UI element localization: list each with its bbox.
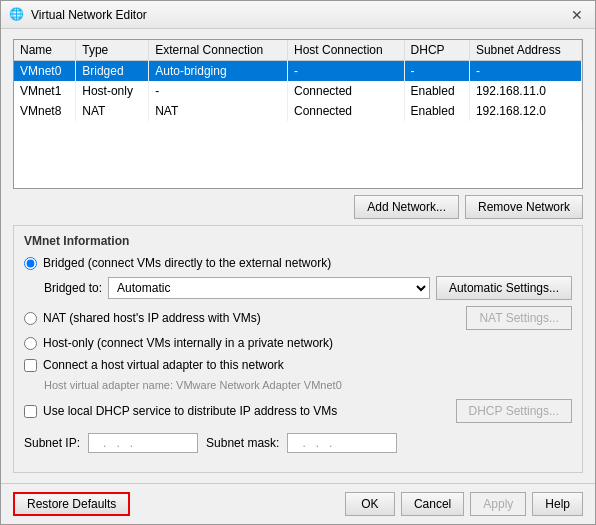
table-row[interactable]: VMnet0BridgedAuto-bridging--- [14, 61, 582, 82]
cancel-button[interactable]: Cancel [401, 492, 464, 516]
subnet-row: Subnet IP: Subnet mask: [24, 433, 572, 453]
table-row[interactable]: VMnet8NATNATConnectedEnabled192.168.12.0 [14, 101, 582, 121]
bottom-bar: Restore Defaults OK Cancel Apply Help [1, 483, 595, 524]
local-dhcp-row: Use local DHCP service to distribute IP … [24, 399, 572, 423]
help-button[interactable]: Help [532, 492, 583, 516]
window-icon: 🌐 [9, 7, 25, 23]
remove-network-button[interactable]: Remove Network [465, 195, 583, 219]
radio-bridged-label[interactable]: Bridged (connect VMs directly to the ext… [43, 256, 331, 270]
host-adapter-checkbox[interactable] [24, 359, 37, 372]
col-header-subnet: Subnet Address [469, 40, 581, 61]
add-network-button[interactable]: Add Network... [354, 195, 459, 219]
table-cell: VMnet0 [14, 61, 76, 82]
radio-nat-row: NAT (shared host's IP address with VMs) … [24, 306, 572, 330]
bottom-bar-right: OK Cancel Apply Help [345, 492, 583, 516]
table-cell: Connected [287, 81, 404, 101]
subnet-mask-label: Subnet mask: [206, 436, 279, 450]
table-cell: - [469, 61, 581, 82]
table-cell: - [287, 61, 404, 82]
automatic-settings-button[interactable]: Automatic Settings... [436, 276, 572, 300]
subnet-mask-input[interactable] [287, 433, 397, 453]
local-dhcp-checkbox[interactable] [24, 405, 37, 418]
radio-hostonly-row: Host-only (connect VMs internally in a p… [24, 336, 572, 350]
close-button[interactable]: ✕ [567, 5, 587, 25]
window-title: Virtual Network Editor [31, 8, 567, 22]
col-header-host: Host Connection [287, 40, 404, 61]
table-cell: Enabled [404, 81, 469, 101]
table-cell: VMnet8 [14, 101, 76, 121]
title-bar: 🌐 Virtual Network Editor ✕ [1, 1, 595, 29]
subnet-ip-input[interactable] [88, 433, 198, 453]
host-adapter-label[interactable]: Connect a host virtual adapter to this n… [43, 358, 284, 372]
apply-button[interactable]: Apply [470, 492, 526, 516]
network-table: Name Type External Connection Host Conne… [14, 40, 582, 121]
local-dhcp-label[interactable]: Use local DHCP service to distribute IP … [43, 404, 337, 418]
bridged-to-select[interactable]: Automatic [108, 277, 430, 299]
host-adapter-name: Host virtual adapter name: VMware Networ… [44, 379, 572, 391]
table-row[interactable]: VMnet1Host-only-ConnectedEnabled192.168.… [14, 81, 582, 101]
radio-hostonly[interactable] [24, 337, 37, 350]
dhcp-settings-button[interactable]: DHCP Settings... [456, 399, 572, 423]
table-cell: Bridged [76, 61, 149, 82]
table-cell: Host-only [76, 81, 149, 101]
table-cell: Connected [287, 101, 404, 121]
vmnet-info-label: VMnet Information [24, 234, 572, 248]
table-cell: - [404, 61, 469, 82]
nat-settings-button[interactable]: NAT Settings... [466, 306, 572, 330]
col-header-name: Name [14, 40, 76, 61]
virtual-network-editor-window: 🌐 Virtual Network Editor ✕ Name Type Ext… [0, 0, 596, 525]
col-header-dhcp: DHCP [404, 40, 469, 61]
table-cell: Enabled [404, 101, 469, 121]
table-cell: NAT [76, 101, 149, 121]
radio-hostonly-label[interactable]: Host-only (connect VMs internally in a p… [43, 336, 333, 350]
radio-bridged[interactable] [24, 257, 37, 270]
ok-button[interactable]: OK [345, 492, 395, 516]
network-table-container: Name Type External Connection Host Conne… [13, 39, 583, 189]
network-action-buttons: Add Network... Remove Network [13, 195, 583, 219]
radio-nat[interactable] [24, 312, 37, 325]
restore-defaults-button[interactable]: Restore Defaults [13, 492, 130, 516]
radio-bridged-row: Bridged (connect VMs directly to the ext… [24, 256, 572, 270]
table-cell: - [149, 81, 288, 101]
table-cell: Auto-bridging [149, 61, 288, 82]
table-cell: 192.168.11.0 [469, 81, 581, 101]
table-cell: 192.168.12.0 [469, 101, 581, 121]
bridged-to-label: Bridged to: [44, 281, 102, 295]
vmnet-info-section: VMnet Information Bridged (connect VMs d… [13, 225, 583, 473]
radio-nat-label[interactable]: NAT (shared host's IP address with VMs) [43, 311, 261, 325]
host-adapter-row: Connect a host virtual adapter to this n… [24, 358, 572, 372]
main-content: Name Type External Connection Host Conne… [1, 29, 595, 483]
bridged-to-row: Bridged to: Automatic Automatic Settings… [44, 276, 572, 300]
subnet-ip-label: Subnet IP: [24, 436, 80, 450]
col-header-type: Type [76, 40, 149, 61]
table-cell: NAT [149, 101, 288, 121]
col-header-external: External Connection [149, 40, 288, 61]
table-cell: VMnet1 [14, 81, 76, 101]
